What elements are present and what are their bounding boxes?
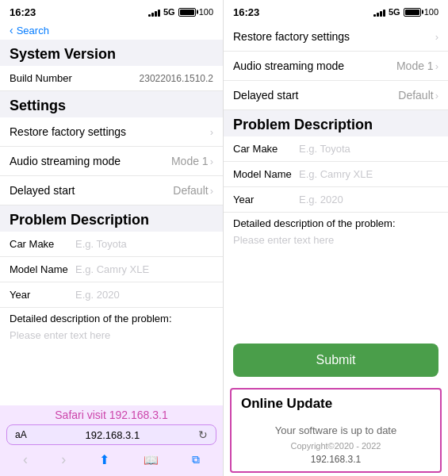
left-car-make-row: Car Make E.g. Toyota [0,232,223,257]
safari-aa-label: aA [15,429,27,440]
left-battery-icon [178,8,196,17]
back-arrow-icon: ‹ [10,24,13,36]
right-year-label: Year [233,194,293,205]
left-status-bar: 16:23 5G 100 [0,0,223,22]
right-audio-streaming-value: Mode 1› [396,60,438,72]
right-model-name-label: Model Name [233,168,293,180]
right-restore-factory-row[interactable]: Restore factory settings › [224,22,448,52]
right-status-bar: 16:23 5G 100 [224,0,448,22]
right-detail-label: Detailed description of the problem: [224,213,448,231]
safari-back-btn[interactable]: ‹ [17,450,34,470]
left-panel: 16:23 5G 100 ‹ Search System Version Bui… [0,0,224,476]
left-signal-icon [148,8,160,17]
right-battery-fill [405,10,419,15]
submit-button[interactable]: Submit [233,344,438,377]
right-status-icons: 5G 100 [373,7,438,17]
build-number-row: Build Number 23022016.1510.2 [0,66,223,91]
left-model-name-label: Model Name [10,263,69,275]
right-battery-icon [404,8,421,17]
online-update-header: Online Update [232,390,440,418]
right-panel: 16:23 5G 100 Restore factory settings › … [224,0,448,476]
left-5g-label: 5G [163,7,175,17]
right-year-value: E.g. 2020 [299,194,343,205]
restore-factory-value: › [210,126,213,138]
left-model-name-value: E.g. Camry XLE [75,263,149,275]
right-delayed-start-label: Delayed start [233,89,298,102]
right-restore-factory-value: › [435,31,438,43]
delayed-start-label: Delayed start [10,184,75,197]
right-detail-placeholder: Please enter text here [224,231,448,249]
left-battery-label: 100 [199,7,213,17]
back-label: Search [17,25,49,36]
right-car-make-row: Car Make E.g. Toyota [224,136,448,162]
right-battery-label: 100 [424,7,438,17]
left-detail-label: Detailed description of the problem: [0,308,223,326]
left-car-make-value: E.g. Toyota [75,238,127,250]
delayed-start-value: Default› [173,184,213,197]
right-prob-list: Car Make E.g. Toyota Model Name E.g. Cam… [224,136,448,213]
delayed-start-row[interactable]: Delayed start Default› [0,176,223,205]
audio-streaming-row[interactable]: Audio streaming mode Mode 1› [0,147,223,176]
left-detail-placeholder: Please enter text here [0,326,223,344]
restore-factory-chevron: › [210,126,213,138]
right-settings-list: Restore factory settings › Audio streami… [224,22,448,110]
left-prob-list: Car Make E.g. Toyota Model Name E.g. Cam… [0,232,223,308]
right-5g-label: 5G [389,7,400,17]
right-restore-factory-chevron: › [435,31,438,43]
build-number-value: 23022016.1510.2 [140,73,213,84]
left-year-row: Year E.g. 2020 [0,282,223,308]
left-year-label: Year [10,289,69,301]
right-audio-streaming-chevron: › [435,60,438,72]
left-battery-fill [180,10,194,15]
safari-tabs-btn[interactable]: ⧉ [186,451,206,468]
right-delayed-start-chevron: › [435,90,438,102]
right-restore-factory-label: Restore factory settings [233,30,350,43]
right-audio-streaming-row[interactable]: Audio streaming mode Mode 1› [224,52,448,81]
safari-refresh-icon[interactable]: ↻ [198,428,208,441]
safari-url-bar[interactable]: aA 192.168.3.1 ↻ [6,424,216,445]
audio-streaming-chevron: › [210,155,213,167]
left-time: 16:23 [10,6,36,18]
safari-url-text: 192.168.3.1 [32,429,193,441]
left-model-name-row: Model Name E.g. Camry XLE [0,257,223,282]
online-update-status: Your software is up to date [232,418,440,440]
safari-bookmarks-btn[interactable]: 📖 [137,451,165,469]
restore-factory-label: Restore factory settings [10,125,126,138]
back-button[interactable]: ‹ Search [0,22,223,40]
left-status-icons: 5G 100 [148,7,213,17]
safari-overlay: Safari visit 192.168.3.1 aA 192.168.3.1 … [0,405,223,476]
right-audio-streaming-label: Audio streaming mode [233,60,344,72]
build-number-label: Build Number [10,72,72,84]
restore-factory-row[interactable]: Restore factory settings › [0,117,223,147]
left-car-make-label: Car Make [10,238,69,250]
right-car-make-value: E.g. Toyota [299,143,350,155]
settings-header: Settings [0,91,223,117]
settings-list: Restore factory settings › Audio streami… [0,117,223,205]
audio-streaming-label: Audio streaming mode [10,155,121,167]
left-prob-header: Problem Description [0,205,223,232]
audio-streaming-value: Mode 1› [171,155,213,167]
delayed-start-chevron: › [210,185,213,197]
right-car-make-label: Car Make [233,143,293,155]
online-update-copyright: Copyright©2020 - 2022 [232,440,440,452]
safari-share-btn[interactable]: ⬆ [93,451,116,469]
right-time: 16:23 [233,6,259,18]
right-model-name-row: Model Name E.g. Camry XLE [224,162,448,187]
online-update-ip: 192.168.3.1 [232,452,440,471]
system-version-header: System Version [0,40,223,66]
right-model-name-value: E.g. Camry XLE [299,168,373,180]
left-year-value: E.g. 2020 [75,289,120,301]
online-update-section: Online Update Your software is up to dat… [230,388,442,473]
safari-forward-btn[interactable]: › [55,450,72,470]
safari-visit-text: Safari visit 192.168.3.1 [6,409,216,421]
right-signal-icon [373,8,385,17]
safari-nav-bar: ‹ › ⬆ 📖 ⧉ [6,447,216,473]
right-delayed-start-value: Default› [398,89,438,102]
right-year-row: Year E.g. 2020 [224,187,448,213]
right-delayed-start-row[interactable]: Delayed start Default› [224,81,448,110]
right-prob-header: Problem Description [224,110,448,136]
